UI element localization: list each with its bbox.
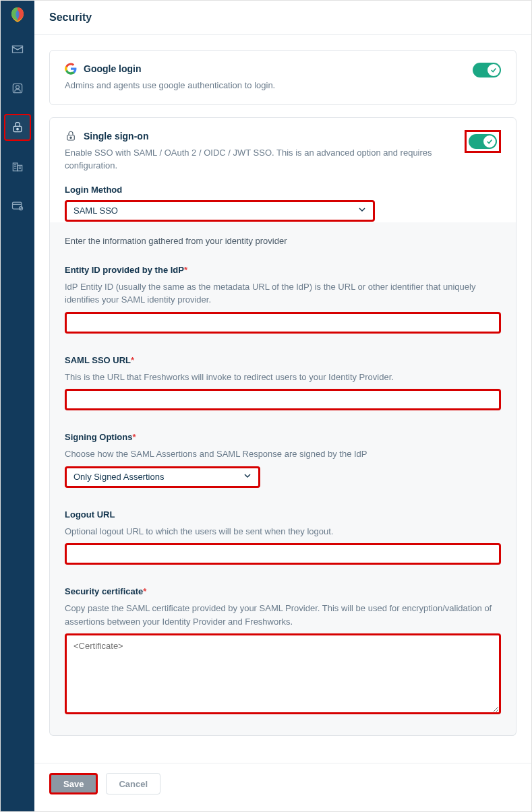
app-logo	[9, 6, 26, 24]
sidebar-item-security[interactable]	[4, 114, 31, 141]
google-login-desc: Admins and agents use google authenticat…	[65, 79, 463, 92]
sso-url-input[interactable]	[65, 389, 501, 410]
page-header: Security	[34, 1, 531, 35]
login-method-value: SAML SSO	[73, 206, 118, 216]
sso-url-label: SAML SSO URL*	[65, 355, 501, 365]
chevron-down-icon	[358, 206, 366, 216]
cancel-button[interactable]: Cancel	[106, 773, 160, 794]
sso-title: Single sign-on	[84, 131, 148, 142]
signing-select[interactable]: Only Signed Assertions	[65, 466, 260, 488]
content: Google login Admins and agents use googl…	[34, 35, 531, 763]
entity-id-label: Entity ID provided by the IdP*	[65, 265, 501, 275]
sso-toggle[interactable]	[469, 134, 497, 149]
svg-rect-5	[18, 165, 22, 170]
entity-id-input[interactable]	[65, 312, 501, 334]
login-method-select[interactable]: SAML SSO	[65, 200, 375, 222]
logout-url-help: Optional logout URL to which the users w…	[65, 525, 501, 538]
save-button[interactable]: Save	[49, 773, 98, 794]
signing-label: Signing Options*	[65, 432, 501, 442]
sso-toggle-highlight	[465, 130, 501, 153]
toggle-knob	[487, 64, 500, 76]
main: Security Google login Admins and agents …	[34, 1, 531, 811]
logout-url-label: Logout URL	[65, 509, 501, 520]
google-login-title: Google login	[84, 63, 142, 74]
lock-icon	[65, 130, 77, 142]
svg-point-9	[70, 137, 71, 138]
saml-config-section: Enter the information gathered from your…	[49, 222, 516, 737]
sidebar-item-billing[interactable]	[4, 192, 31, 219]
sidebar	[1, 1, 34, 811]
cert-textarea[interactable]	[65, 633, 501, 714]
login-method-label: Login Method	[65, 185, 501, 195]
signing-help: Choose how the SAML Assertions and SAML …	[65, 447, 501, 461]
sso-card: Single sign-on Enable SSO with SAML / OA…	[49, 117, 516, 235]
sidebar-item-contacts[interactable]	[4, 75, 31, 102]
sso-url-help: This is the URL that Freshworks will inv…	[65, 371, 501, 384]
entity-id-help: IdP Entity ID (usually the same as the m…	[65, 280, 501, 307]
sidebar-item-org[interactable]	[4, 153, 31, 180]
config-intro: Enter the information gathered from your…	[65, 236, 501, 246]
cert-label: Security certificate*	[65, 586, 501, 596]
svg-rect-4	[13, 163, 18, 171]
svg-rect-6	[13, 202, 22, 209]
google-icon	[65, 63, 77, 75]
page-title: Security	[49, 11, 516, 24]
footer: Save Cancel	[34, 763, 531, 804]
cert-help: Copy paste the SAML certificate provided…	[65, 602, 501, 628]
google-login-card: Google login Admins and agents use googl…	[49, 50, 516, 105]
svg-point-1	[16, 86, 20, 89]
logout-url-input[interactable]	[65, 543, 501, 565]
google-login-toggle[interactable]	[473, 63, 501, 77]
signing-value: Only Signed Assertions	[73, 472, 164, 482]
sso-desc: Enable SSO with SAML / OAuth 2 / OIDC / …	[65, 146, 455, 173]
svg-point-3	[17, 128, 19, 130]
chevron-down-icon	[243, 472, 252, 482]
sidebar-item-inbox[interactable]	[4, 36, 31, 63]
toggle-knob	[483, 135, 496, 148]
